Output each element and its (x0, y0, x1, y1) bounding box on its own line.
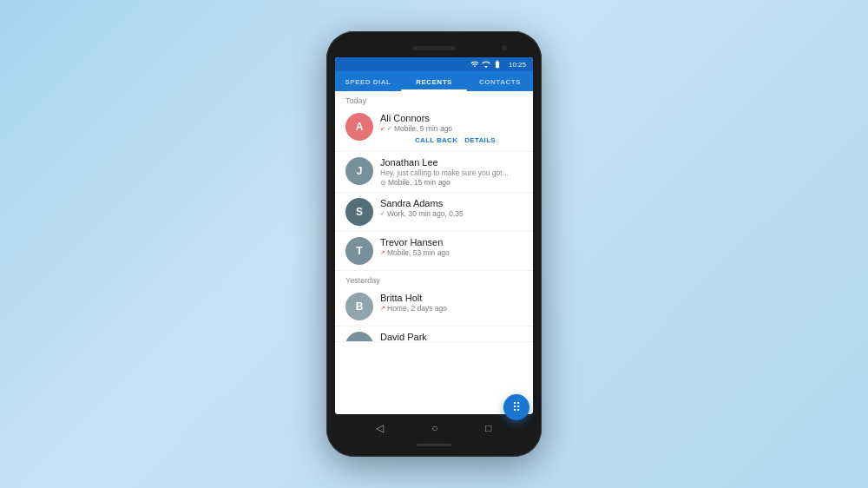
content-area: Today A Ali Connors ↙ ✓ Mobile, 5 min ag… (335, 91, 533, 414)
contact-name: Sandra Adams (380, 198, 523, 208)
list-item[interactable]: T Trevor Hansen ↗ Mobile, 53 min ago (335, 232, 533, 271)
action-buttons: CALL BACK DETAILS (415, 133, 523, 149)
tab-bar: SPEED DIAL RECENTS CONTACTS (335, 71, 533, 91)
contact-name: David Park (380, 332, 523, 342)
contact-info: Sandra Adams ✓ Work, 30 min ago, 0.35 (380, 198, 523, 218)
voicemail-icon: ⊙ (380, 179, 386, 187)
status-time: 10:25 (509, 61, 526, 69)
status-icons (470, 60, 502, 69)
signal-icon (482, 60, 490, 69)
contact-name: Trevor Hansen (380, 237, 523, 247)
phone-screen: 10:25 SPEED DIAL RECENTS CONTACTS Today … (335, 57, 533, 414)
call-type-icon: ↗ (380, 249, 385, 256)
contact-sub: ↗ Mobile, 53 min ago (380, 248, 523, 257)
recents-button[interactable]: □ (485, 422, 491, 434)
contact-sub: ⊙ Mobile, 15 min ago (380, 178, 523, 187)
back-button[interactable]: ◁ (376, 422, 384, 434)
call-back-button[interactable]: CALL BACK (415, 136, 457, 144)
home-bar (417, 444, 451, 446)
status-bar: 10:25 (335, 57, 533, 71)
call-type-icon: ↗ (380, 305, 385, 312)
tab-contacts[interactable]: CONTACTS (467, 71, 533, 91)
contact-sub: ↙ ✓ Mobile, 5 min ago (380, 124, 523, 133)
avatar: S (345, 198, 373, 226)
call-type-icon: ✓ (380, 210, 385, 217)
battery-icon (493, 60, 502, 69)
contact-name: Jonathan Lee (380, 157, 523, 168)
avatar: B (345, 293, 373, 320)
home-button[interactable]: ○ (431, 422, 437, 434)
contact-name: Ali Connors (380, 113, 523, 123)
message-preview: Hey, just calling to make sure you got..… (380, 168, 523, 177)
contact-info: Britta Holt ↗ Home, 2 days ago (380, 293, 523, 313)
call-icon-check: ✓ (387, 125, 392, 132)
contact-name: Britta Holt (380, 293, 523, 303)
details-button[interactable]: DETAILS (464, 136, 496, 144)
list-item[interactable]: B Britta Holt ↗ Home, 2 days ago (335, 287, 533, 326)
phone-frame: 10:25 SPEED DIAL RECENTS CONTACTS Today … (326, 31, 542, 457)
list-item[interactable]: J Jonathan Lee Hey, just calling to make… (335, 152, 533, 193)
avatar: D (345, 332, 373, 342)
nav-bar: ◁ ○ □ (335, 416, 533, 440)
home-indicator (335, 440, 533, 448)
section-header-today: Today (335, 91, 533, 108)
contact-sub: ✓ Work, 30 min ago, 0.35 (380, 209, 523, 218)
dialpad-icon: ⠿ (512, 401, 521, 413)
contact-info: Ali Connors ↙ ✓ Mobile, 5 min ago CALL B… (380, 113, 523, 149)
section-header-yesterday: Yesterday (335, 271, 533, 287)
phone-camera (502, 45, 507, 50)
tab-recents[interactable]: RECENTS (401, 71, 467, 91)
list-item[interactable]: S Sandra Adams ✓ Work, 30 min ago, 0.35 (335, 193, 533, 232)
avatar: A (345, 113, 373, 141)
contact-info: Jonathan Lee Hey, just calling to make s… (380, 157, 523, 187)
contact-info: David Park (380, 332, 523, 342)
tab-speed-dial[interactable]: SPEED DIAL (335, 71, 401, 91)
phone-speaker (412, 46, 456, 50)
call-type-icon: ↙ (380, 125, 385, 132)
contact-info: Trevor Hansen ↗ Mobile, 53 min ago (380, 237, 523, 257)
phone-notch (335, 40, 533, 56)
list-item[interactable]: A Ali Connors ↙ ✓ Mobile, 5 min ago CALL… (335, 108, 533, 152)
wifi-icon (470, 60, 479, 69)
avatar: J (345, 157, 373, 185)
list-item[interactable]: D David Park (335, 326, 533, 342)
contact-sub: ↗ Home, 2 days ago (380, 304, 523, 313)
avatar: T (345, 237, 373, 265)
fab-button[interactable]: ⠿ (503, 394, 529, 414)
